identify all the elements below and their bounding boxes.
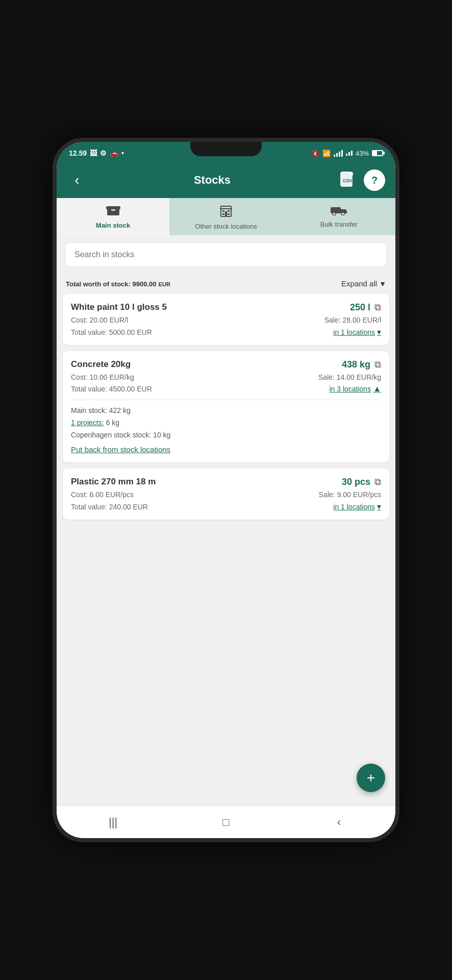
- white-paint-locations-arrow-icon: ▾: [377, 327, 381, 337]
- signal-bar-3: [339, 152, 340, 157]
- svg-rect-12: [228, 213, 230, 215]
- card-header-white-paint: White paint 10 l gloss 5 250 l ⧉: [71, 302, 381, 313]
- tab-bulk-transfer[interactable]: Bulk transfer: [283, 198, 395, 235]
- car-icon: 🚗: [110, 149, 118, 157]
- concrete-projects-qty: 6 kg: [106, 419, 119, 427]
- archive-icon: [106, 204, 120, 216]
- white-paint-name: White paint 10 l gloss 5: [71, 302, 350, 312]
- plastic-name: Plastic 270 mm 18 m: [71, 477, 342, 487]
- status-right: 🔇 📶 43%: [311, 150, 383, 157]
- svg-rect-3: [350, 172, 353, 175]
- tab-main-stock[interactable]: Main stock: [57, 198, 169, 235]
- battery-fill: [373, 151, 377, 155]
- stock-card-concrete: Concrete 20kg 438 kg ⧉ Cost: 10.00 EUR/k…: [63, 351, 389, 462]
- page-title: Stocks: [87, 174, 337, 187]
- tab-other-stock[interactable]: Other stock locations: [169, 198, 282, 235]
- truck-icon: [331, 204, 347, 215]
- plastic-total: Total value: 240.00 EUR: [71, 503, 148, 511]
- svg-rect-13: [225, 211, 227, 216]
- main-content: Total worth of stock: 9900.00 EUR Expand…: [57, 235, 395, 805]
- svg-rect-8: [220, 208, 232, 209]
- plastic-locations-arrow-icon: ▾: [377, 502, 381, 511]
- signal-bars: [334, 150, 343, 157]
- concrete-copy-icon[interactable]: ⧉: [374, 359, 381, 370]
- stock-card-white-paint: White paint 10 l gloss 5 250 l ⧉ Cost: 2…: [63, 294, 389, 345]
- building-icon: [219, 204, 233, 217]
- concrete-copenhagen-detail: Copenhagen stock stock: 10 kg: [71, 431, 381, 439]
- plastic-copy-icon[interactable]: ⧉: [374, 477, 381, 487]
- home-icon: □: [222, 816, 229, 829]
- signal-bar2-3: [351, 151, 353, 156]
- battery-icon: [372, 150, 383, 156]
- tab-main-stock-label: Main stock: [96, 222, 130, 229]
- concrete-name: Concrete 20kg: [71, 359, 342, 370]
- recent-apps-button[interactable]: |||: [98, 812, 129, 832]
- put-back-button[interactable]: Put back from stock locations: [71, 445, 170, 454]
- concrete-projects-detail: 1 projects: 6 kg: [71, 419, 381, 427]
- concrete-main-stock-detail: Main stock: 422 kg: [71, 406, 381, 414]
- phone-shell: 12.59 🖼 ⚙ 🚗 • 🔇 📶: [53, 138, 399, 842]
- expand-all-button[interactable]: Expand all ▼: [341, 279, 386, 288]
- main-stock-icon: [106, 204, 120, 219]
- phone-screen: 12.59 🖼 ⚙ 🚗 • 🔇 📶: [57, 142, 395, 838]
- tabs-bar: Main stock Other stock locations: [57, 198, 395, 235]
- back-nav-icon: ‹: [337, 816, 341, 829]
- concrete-price-row: Cost: 10.00 EUR/kg Sale: 14.00 EUR/kg: [71, 373, 381, 381]
- svg-rect-6: [111, 209, 115, 211]
- concrete-qty-area: 438 kg ⧉: [342, 359, 381, 370]
- stock-card-plastic: Plastic 270 mm 18 m 30 pcs ⧉ Cost: 6.00 …: [63, 469, 389, 520]
- concrete-locations-arrow-icon: ▲: [373, 384, 381, 394]
- concrete-sale: Sale: 14.00 EUR/kg: [318, 373, 381, 381]
- svg-rect-9: [222, 210, 224, 212]
- white-paint-total: Total value: 5000.00 EUR: [71, 328, 152, 336]
- help-button[interactable]: ?: [364, 169, 385, 191]
- plastic-cost: Cost: 6.00 EUR/pcs: [71, 491, 134, 499]
- plastic-price-row: Cost: 6.00 EUR/pcs Sale: 9.00 EUR/pcs: [71, 491, 381, 499]
- photo-icon: 🖼: [90, 149, 97, 157]
- plastic-locations[interactable]: in 1 locations ▾: [333, 502, 381, 511]
- concrete-total: Total value: 4500.00 EUR: [71, 385, 152, 393]
- plastic-locations-label: in 1 locations: [333, 503, 375, 511]
- svg-rect-10: [228, 210, 230, 212]
- bottom-spacer: [57, 526, 395, 567]
- white-paint-locations-label: in 1 locations: [333, 328, 375, 336]
- white-paint-cost: Cost: 20.00 EUR/l: [71, 316, 128, 324]
- signal-bar-1: [334, 155, 335, 157]
- add-fab-button[interactable]: +: [357, 764, 385, 792]
- svg-text:CSV: CSV: [343, 178, 353, 183]
- plastic-qty-area: 30 pcs ⧉: [342, 477, 381, 487]
- concrete-footer: Total value: 4500.00 EUR in 3 locations …: [71, 384, 381, 394]
- signal-bar-4: [341, 150, 343, 157]
- recent-apps-icon: |||: [109, 816, 117, 829]
- status-time: 12.59: [69, 149, 87, 157]
- white-paint-locations[interactable]: in 1 locations ▾: [333, 327, 381, 337]
- home-button[interactable]: □: [211, 812, 241, 832]
- signal-bars-2: [346, 151, 353, 156]
- card-header-plastic: Plastic 270 mm 18 m 30 pcs ⧉: [71, 477, 381, 487]
- settings-status-icon: ⚙: [100, 149, 107, 157]
- header: ‹ Stocks CSV ?: [57, 164, 395, 198]
- concrete-projects-link[interactable]: 1 projects:: [71, 419, 104, 427]
- total-worth-text: Total worth of stock: 9900.00 EUR: [66, 279, 170, 288]
- back-nav-button[interactable]: ‹: [323, 812, 354, 832]
- svg-rect-16: [345, 210, 347, 213]
- expand-all-label: Expand all: [341, 279, 377, 288]
- svg-point-18: [341, 212, 344, 215]
- signal-bar2-1: [346, 154, 347, 156]
- plastic-footer: Total value: 240.00 EUR in 1 locations ▾: [71, 502, 381, 511]
- wifi-icon: 📶: [322, 150, 331, 157]
- svg-point-17: [333, 212, 336, 215]
- back-button[interactable]: ‹: [67, 172, 87, 188]
- white-paint-qty: 250 l: [350, 302, 370, 313]
- signal-bar-2: [336, 153, 338, 157]
- concrete-copenhagen-label: Copenhagen stock stock: 10 kg: [71, 431, 170, 439]
- other-stock-icon: [219, 204, 233, 220]
- csv-export-button[interactable]: CSV: [337, 169, 359, 191]
- concrete-locations[interactable]: in 3 locations ▲: [329, 384, 381, 394]
- search-input[interactable]: [65, 242, 387, 267]
- svg-rect-5: [106, 206, 120, 209]
- total-bar: Total worth of stock: 9900.00 EUR Expand…: [57, 274, 395, 294]
- tab-other-stock-label: Other stock locations: [195, 223, 257, 230]
- white-paint-copy-icon[interactable]: ⧉: [374, 302, 381, 313]
- tab-bulk-transfer-label: Bulk transfer: [320, 220, 358, 228]
